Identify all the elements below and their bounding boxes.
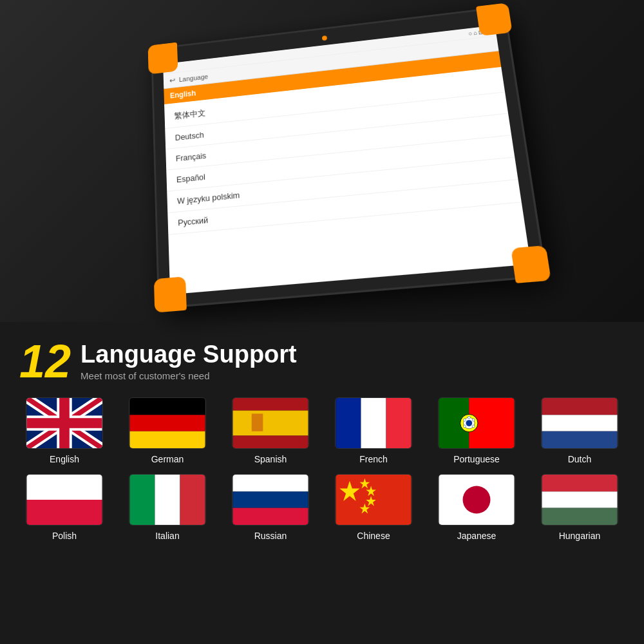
corner-protector-br bbox=[511, 245, 551, 283]
language-section: 12 Language Support Meet most of custome… bbox=[0, 322, 644, 644]
svg-rect-35 bbox=[155, 475, 180, 525]
flag-hu bbox=[541, 474, 618, 526]
language-label-chinese: Chinese bbox=[357, 531, 390, 541]
svg-rect-9 bbox=[130, 398, 205, 415]
svg-rect-13 bbox=[233, 411, 308, 436]
language-label-portuguese: Portuguese bbox=[453, 454, 500, 464]
language-label-dutch: Dutch bbox=[568, 454, 592, 464]
svg-rect-29 bbox=[542, 398, 618, 415]
flag-jp bbox=[438, 474, 515, 526]
svg-rect-49 bbox=[542, 491, 618, 507]
language-label-english: English bbox=[50, 454, 79, 464]
svg-rect-32 bbox=[27, 475, 102, 500]
language-polish: Polish bbox=[19, 474, 109, 541]
language-label-french: French bbox=[359, 454, 388, 464]
header-text: Language Support Meet most of customer's… bbox=[80, 341, 297, 382]
language-russian: Russian bbox=[225, 474, 316, 541]
screen-header-title: Language bbox=[179, 73, 209, 83]
svg-rect-33 bbox=[27, 500, 102, 525]
svg-rect-18 bbox=[386, 398, 412, 448]
language-hungarian: Hungarian bbox=[535, 474, 625, 541]
corner-protector-tl bbox=[148, 43, 178, 75]
svg-rect-16 bbox=[336, 398, 361, 448]
flag-de bbox=[129, 397, 206, 449]
svg-rect-38 bbox=[233, 491, 308, 507]
svg-point-28 bbox=[468, 416, 470, 419]
corner-protector-tr bbox=[476, 3, 513, 36]
language-spanish: Spanish bbox=[225, 397, 316, 464]
flag-ru bbox=[232, 474, 309, 526]
language-header: 12 Language Support Meet most of custome… bbox=[19, 338, 625, 384]
language-count: 12 bbox=[19, 338, 71, 384]
section-title: Language Support bbox=[80, 341, 297, 368]
flag-cn bbox=[335, 474, 412, 526]
language-dutch: Dutch bbox=[535, 397, 625, 464]
svg-rect-10 bbox=[130, 415, 205, 431]
svg-point-25 bbox=[472, 419, 475, 421]
language-french: French bbox=[328, 397, 419, 464]
language-german: German bbox=[122, 397, 213, 464]
language-label-hungarian: Hungarian bbox=[559, 531, 601, 541]
svg-rect-8 bbox=[27, 418, 102, 428]
flags-grid: English German bbox=[19, 397, 625, 541]
svg-point-23 bbox=[466, 420, 472, 426]
language-italian: Italian bbox=[122, 474, 213, 541]
tablet-device: ○ ⌂ ⊡ ✦ ↩ Language English 繁体中文 Deutsch … bbox=[151, 6, 547, 309]
svg-rect-17 bbox=[361, 398, 386, 448]
svg-rect-31 bbox=[542, 431, 618, 448]
flag-it bbox=[129, 474, 206, 526]
corner-protector-bl bbox=[154, 276, 187, 312]
svg-rect-34 bbox=[130, 475, 155, 525]
selected-language-text: English bbox=[170, 89, 196, 100]
flag-uk bbox=[26, 397, 103, 449]
language-label-spanish: Spanish bbox=[254, 454, 287, 464]
svg-rect-39 bbox=[233, 508, 308, 525]
language-english: English bbox=[19, 397, 109, 464]
svg-rect-48 bbox=[542, 475, 618, 491]
svg-point-27 bbox=[472, 425, 475, 428]
language-label-german: German bbox=[151, 454, 184, 464]
svg-rect-37 bbox=[233, 475, 308, 491]
language-label-italian: Italian bbox=[155, 531, 179, 541]
language-label-russian: Russian bbox=[254, 531, 287, 541]
flag-nl bbox=[541, 397, 618, 449]
language-japanese: Japanese bbox=[431, 474, 522, 541]
section-subtitle: Meet most of customer's need bbox=[80, 370, 297, 381]
svg-point-26 bbox=[464, 425, 466, 428]
svg-rect-50 bbox=[542, 508, 618, 525]
flag-pt bbox=[438, 397, 515, 449]
svg-rect-14 bbox=[233, 436, 308, 449]
svg-point-47 bbox=[463, 486, 491, 514]
language-label-polish: Polish bbox=[52, 531, 77, 541]
back-icon[interactable]: ↩ bbox=[169, 76, 176, 85]
svg-rect-12 bbox=[233, 398, 308, 411]
svg-point-24 bbox=[464, 419, 466, 421]
tablet-section: ○ ⌂ ⊡ ✦ ↩ Language English 繁体中文 Deutsch … bbox=[0, 0, 644, 322]
language-label-japanese: Japanese bbox=[457, 531, 497, 541]
svg-rect-11 bbox=[130, 431, 205, 448]
svg-rect-36 bbox=[180, 475, 205, 525]
flag-es bbox=[232, 397, 309, 449]
tablet-screen: ○ ⌂ ⊡ ✦ ↩ Language English 繁体中文 Deutsch … bbox=[163, 25, 531, 294]
language-portuguese: Portuguese bbox=[431, 397, 522, 464]
svg-rect-30 bbox=[542, 415, 618, 431]
flag-fr bbox=[335, 397, 412, 449]
flag-pl bbox=[26, 474, 103, 526]
language-chinese: Chinese bbox=[328, 474, 419, 541]
svg-rect-15 bbox=[252, 413, 263, 431]
